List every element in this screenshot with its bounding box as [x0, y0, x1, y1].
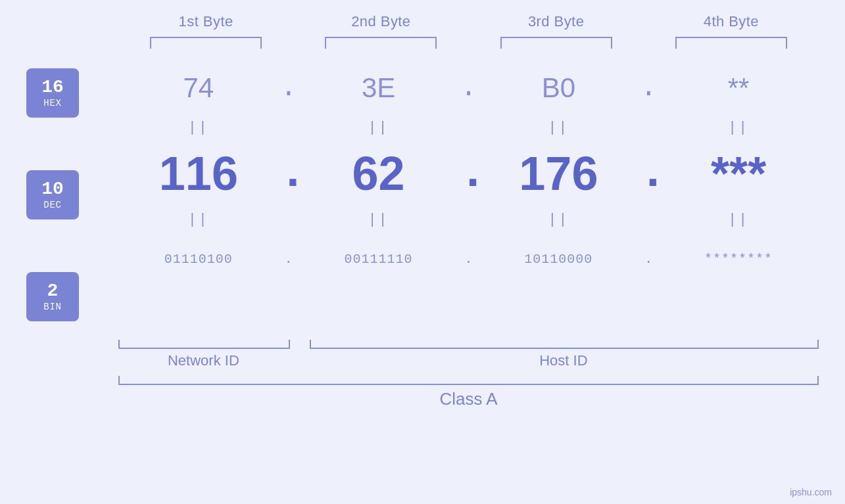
bracket-cell-4 — [644, 37, 819, 49]
equals-2-1: || — [118, 212, 279, 228]
dec-dot-1: . — [279, 147, 299, 200]
base-labels-col: 16 HEX 10 DEC 2 BIN — [26, 62, 118, 334]
top-brackets — [26, 37, 819, 49]
byte2-header: 2nd Byte — [293, 13, 468, 30]
bin-dot-2: . — [459, 252, 479, 267]
equals-1-1: || — [118, 120, 279, 136]
bin-b2: 00111110 — [299, 252, 459, 267]
bracket-cell-3 — [469, 37, 644, 49]
hex-badge: 16 HEX — [26, 68, 79, 118]
bin-number: 2 — [47, 281, 59, 302]
dec-badge: 10 DEC — [26, 170, 79, 219]
hex-number: 16 — [41, 78, 64, 98]
main-container: 1st Byte 2nd Byte 3rd Byte 4th Byte 16 H… — [0, 0, 845, 504]
hex-b2: 3E — [299, 72, 459, 104]
bin-b1: 01110100 — [118, 252, 279, 267]
bin-b3: 10110000 — [479, 252, 639, 267]
byte-headers: 1st Byte 2nd Byte 3rd Byte 4th Byte — [26, 13, 819, 30]
dec-row: 116 . 62 . 176 . *** — [118, 141, 819, 206]
equals-row-1: || || || || — [118, 114, 819, 141]
equals-1-4: || — [658, 120, 819, 136]
dec-dot-3: . — [639, 147, 658, 200]
dec-b2: 62 — [299, 147, 459, 200]
equals-2-3: || — [479, 212, 639, 228]
host-id-label: Host ID — [308, 352, 819, 369]
network-host-labels: Network ID Host ID — [118, 352, 819, 369]
top-bracket-2 — [325, 37, 437, 49]
equals-2-4: || — [658, 212, 819, 228]
bin-b4: ******** — [658, 252, 819, 267]
host-bracket — [310, 340, 819, 349]
equals-2-2: || — [299, 212, 459, 228]
hex-dot-2: . — [459, 72, 479, 104]
bin-dot-1: . — [279, 252, 299, 267]
hex-name: HEX — [43, 98, 61, 108]
label-spacer — [289, 352, 308, 369]
bin-dot-3: . — [639, 252, 658, 267]
hex-dot-1: . — [279, 72, 299, 104]
bracket-cell-1 — [118, 37, 293, 49]
class-bracket — [118, 376, 819, 385]
network-host-section: Network ID Host ID — [26, 337, 819, 369]
hex-b3: B0 — [479, 72, 639, 104]
bottom-brackets — [118, 337, 819, 349]
byte1-header: 1st Byte — [118, 13, 293, 30]
hex-dot-3: . — [639, 72, 658, 104]
network-id-label: Network ID — [118, 352, 289, 369]
dec-number: 10 — [41, 179, 64, 200]
bin-row: 01110100 . 00111110 . 10110000 . — [118, 233, 819, 285]
watermark: ipshu.com — [790, 487, 832, 497]
hex-row: 74 . 3E . B0 . ** — [118, 62, 819, 114]
bracket-cell-2 — [293, 37, 468, 49]
dec-name: DEC — [43, 200, 61, 210]
data-rows: 16 HEX 10 DEC 2 BIN 74 — [26, 62, 819, 334]
top-bracket-3 — [500, 37, 612, 49]
hex-b1: 74 — [118, 72, 279, 104]
class-section: Class A — [26, 376, 819, 409]
byte3-header: 3rd Byte — [469, 13, 644, 30]
top-bracket-4 — [675, 37, 787, 49]
network-bracket — [118, 340, 290, 349]
bin-badge: 2 BIN — [26, 272, 79, 321]
hex-b4: ** — [658, 72, 819, 104]
dec-dot-2: . — [459, 147, 479, 200]
values-grid: 74 . 3E . B0 . ** — [118, 62, 819, 285]
equals-1-2: || — [299, 120, 459, 136]
dec-b1: 116 — [118, 147, 279, 200]
equals-row-2: || || || || — [118, 206, 819, 233]
bin-name: BIN — [43, 302, 61, 312]
class-label: Class A — [118, 389, 819, 409]
top-bracket-1 — [150, 37, 262, 49]
equals-1-3: || — [479, 120, 639, 136]
byte4-header: 4th Byte — [644, 13, 819, 30]
dec-b4: *** — [658, 147, 819, 200]
dec-b3: 176 — [479, 147, 639, 200]
